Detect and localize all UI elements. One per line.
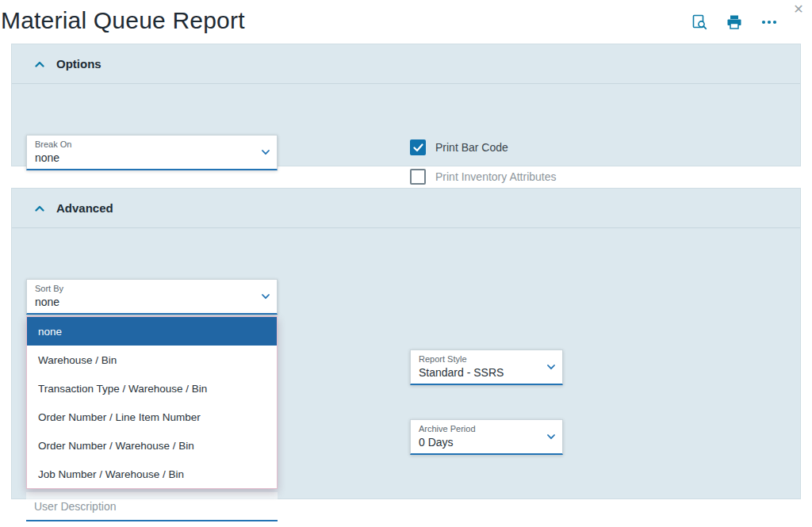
more-options-button[interactable]: [758, 11, 780, 33]
close-button[interactable]: ✕: [790, 1, 807, 18]
sort-option-item[interactable]: Order Number / Warehouse / Bin: [27, 431, 277, 460]
chevron-up-icon: [34, 204, 45, 213]
print-button[interactable]: [723, 11, 745, 33]
chevron-up-icon: [34, 59, 45, 69]
report-style-value: Standard - SSRS: [419, 366, 504, 379]
options-section-title: Options: [56, 57, 102, 71]
archive-period-value: 0 Days: [419, 436, 454, 449]
sort-by-menu: none Warehouse / Bin Transaction Type / …: [26, 316, 278, 489]
document-search-icon: [691, 14, 707, 30]
chevron-down-icon: [261, 147, 270, 157]
print-inventory-attributes-row: Print Inventory Attributes: [410, 169, 557, 185]
print-inventory-attributes-label: Print Inventory Attributes: [435, 170, 557, 183]
break-on-value: none: [35, 151, 59, 164]
sort-by-value: none: [35, 296, 59, 308]
advanced-section: Advanced Sort By none none Warehouse / B…: [11, 188, 801, 499]
check-icon: [413, 143, 423, 152]
advanced-section-title: Advanced: [56, 201, 113, 215]
chevron-down-icon: [546, 362, 556, 372]
sort-option-item[interactable]: Job Number / Warehouse / Bin: [27, 460, 277, 488]
print-inventory-attributes-checkbox[interactable]: [410, 169, 426, 185]
advanced-section-header[interactable]: Advanced: [12, 189, 800, 228]
close-icon: ✕: [793, 2, 803, 16]
sort-option-item[interactable]: Warehouse / Bin: [27, 346, 277, 374]
break-on-label: Break On: [35, 139, 71, 149]
ellipsis-icon: [760, 14, 778, 30]
print-bar-code-checkbox[interactable]: [410, 139, 426, 155]
report-style-label: Report Style: [419, 354, 467, 364]
print-bar-code-label: Print Bar Code: [435, 141, 508, 154]
options-section-header[interactable]: Options: [12, 44, 800, 84]
break-on-dropdown[interactable]: Break On none: [26, 135, 278, 170]
titlebar: Material Queue Report: [0, 0, 812, 44]
archive-period-dropdown[interactable]: Archive Period 0 Days: [410, 419, 563, 455]
user-description-input[interactable]: [26, 492, 278, 521]
printer-icon: [726, 14, 742, 30]
chevron-down-icon: [546, 432, 556, 441]
preview-report-button[interactable]: [688, 11, 710, 33]
print-bar-code-row: Print Bar Code: [410, 139, 508, 155]
report-style-dropdown[interactable]: Report Style Standard - SSRS: [410, 349, 563, 385]
page-title: Material Queue Report: [1, 7, 245, 34]
sort-by-label: Sort By: [35, 284, 63, 293]
chevron-down-icon: [261, 292, 270, 301]
advanced-section-body: Sort By none none Warehouse / Bin Transa…: [12, 228, 800, 498]
archive-period-label: Archive Period: [419, 424, 476, 433]
sort-option-item[interactable]: none: [27, 317, 277, 346]
sort-option-item[interactable]: Transaction Type / Warehouse / Bin: [27, 374, 277, 403]
options-section: Options Break On none P: [11, 44, 801, 166]
sort-option-item[interactable]: Order Number / Line Item Number: [27, 403, 277, 431]
sort-by-dropdown[interactable]: Sort By none: [26, 279, 278, 315]
options-section-body: Break On none Print Bar Code: [12, 84, 800, 165]
